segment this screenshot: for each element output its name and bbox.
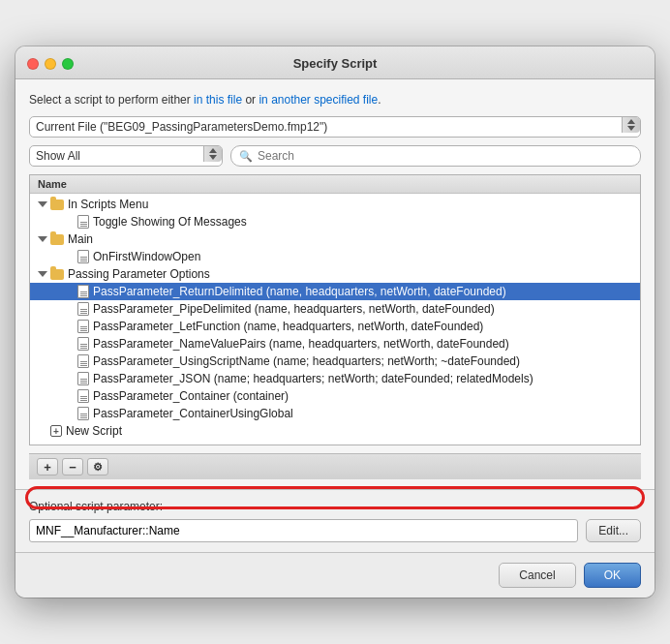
list-item[interactable]: PassParameter_Container (container) [30, 387, 640, 405]
script-icon [77, 389, 89, 403]
script-list-container: Name In Scripts MenuToggle Showing Of Me… [29, 174, 641, 445]
triangle-icon [38, 271, 47, 277]
script-icon [77, 320, 89, 333]
list-item[interactable]: PassParameter_ReturnDelimited (name, hea… [30, 283, 640, 300]
optional-section: Optional script parameter: Edit... [15, 489, 655, 552]
folder-icon [50, 199, 64, 210]
dialog-body: Select a script to perform either in thi… [15, 79, 655, 489]
list-item[interactable]: In Scripts Menu [30, 196, 640, 213]
new-script-icon: + [50, 425, 62, 437]
filter-row: Show All 🔍 [29, 145, 641, 167]
script-icon [77, 285, 89, 298]
script-icon [77, 250, 89, 263]
optional-parameter-input[interactable] [29, 519, 578, 542]
folder-icon [50, 269, 64, 280]
list-item[interactable]: PassParameter_LetFunction (name, headqua… [30, 318, 640, 335]
script-icon [77, 302, 89, 316]
list-item[interactable]: PassParameter_PipeDelimited (name, headq… [30, 300, 640, 318]
script-icon [77, 337, 89, 351]
minimize-button[interactable] [45, 58, 56, 70]
search-icon: 🔍 [239, 150, 253, 163]
specify-script-dialog: Specify Script Select a script to perfor… [15, 46, 655, 598]
list-item-label: In Scripts Menu [68, 198, 148, 211]
instruction-main: Select a script to perform either [29, 93, 194, 107]
instruction-link2: in another specified file [259, 93, 378, 107]
arrow-up-icon [627, 119, 635, 124]
arrow-down-icon [627, 126, 635, 131]
list-item-label: Toggle Showing Of Messages [93, 215, 247, 229]
ok-button[interactable]: OK [584, 563, 641, 588]
list-item-label: PassParameter_JSON (name; headquarters; … [93, 372, 533, 385]
triangle-icon [38, 236, 47, 242]
remove-script-button[interactable]: − [62, 458, 83, 475]
show-all-label: Show All [36, 149, 198, 163]
list-item[interactable]: PassParameter_JSON (name; headquarters; … [30, 370, 640, 387]
script-icon [77, 354, 89, 368]
edit-button[interactable]: Edit... [586, 519, 641, 542]
list-item-label: OnFirstWindowOpen [93, 250, 200, 263]
script-icon [77, 407, 89, 420]
dialog-title: Specify Script [293, 56, 378, 71]
list-item[interactable]: PassParameter_UsingScriptName (name; hea… [30, 353, 640, 370]
show-all-select[interactable]: Show All [29, 145, 223, 167]
list-item-label: PassParameter_ContainerUsingGlobal [93, 407, 293, 420]
triangle-icon [38, 201, 47, 207]
instruction-link1: in this file [194, 93, 242, 107]
close-button[interactable] [27, 58, 39, 70]
instruction-text: Select a script to perform either in thi… [29, 91, 641, 108]
list-bottom-bar: + − ⚙ [29, 453, 641, 479]
list-item-label: PassParameter_Container (container) [93, 389, 289, 403]
list-item[interactable]: Toggle Showing Of Messages [30, 213, 640, 230]
script-icon [77, 215, 89, 229]
search-input[interactable] [258, 149, 632, 163]
show-all-arrow-down [209, 155, 217, 160]
settings-button[interactable]: ⚙ [87, 458, 108, 475]
file-selector-value: Current File ("BEG09_PassingParametersDe… [36, 120, 616, 134]
instruction-end: . [378, 93, 381, 107]
list-item-label: PassParameter_LetFunction (name, headqua… [93, 320, 483, 333]
script-icon [77, 372, 89, 385]
list-item[interactable]: +New Script [30, 422, 640, 440]
list-item[interactable]: OnFirstWindowOpen [30, 248, 640, 265]
list-item-label: Passing Parameter Options [68, 267, 210, 281]
show-all-arrow[interactable] [203, 146, 222, 162]
folder-icon [50, 234, 64, 245]
optional-input-row: Edit... [29, 519, 641, 542]
title-bar: Specify Script [15, 46, 655, 79]
list-item-label: PassParameter_ReturnDelimited (name, hea… [93, 285, 506, 298]
list-body: In Scripts MenuToggle Showing Of Message… [30, 194, 640, 442]
traffic-lights [27, 58, 74, 70]
list-item-label: PassParameter_UsingScriptName (name; hea… [93, 354, 520, 368]
cancel-button[interactable]: Cancel [499, 563, 575, 588]
list-item-label: New Script [66, 424, 122, 438]
name-column-header: Name [38, 178, 67, 190]
optional-label: Optional script parameter: [29, 500, 641, 513]
list-item-label: Main [68, 232, 93, 246]
list-item-label: PassParameter_NameValuePairs (name, head… [93, 337, 509, 351]
list-item-label: PassParameter_PipeDelimited (name, headq… [93, 302, 495, 316]
maximize-button[interactable] [62, 58, 74, 70]
list-item[interactable]: Passing Parameter Options [30, 265, 640, 283]
list-item[interactable]: PassParameter_NameValuePairs (name, head… [30, 335, 640, 353]
list-header: Name [30, 175, 640, 194]
add-script-button[interactable]: + [37, 458, 58, 475]
show-all-arrow-up [209, 148, 217, 153]
list-item[interactable]: PassParameter_ContainerUsingGlobal [30, 405, 640, 422]
file-selector-arrow[interactable] [622, 117, 640, 133]
file-selector[interactable]: Current File ("BEG09_PassingParametersDe… [29, 116, 641, 138]
dialog-footer: Cancel OK [15, 552, 655, 598]
list-item[interactable]: Main [30, 230, 640, 248]
search-box: 🔍 [230, 145, 641, 167]
instruction-middle: or [242, 93, 259, 107]
